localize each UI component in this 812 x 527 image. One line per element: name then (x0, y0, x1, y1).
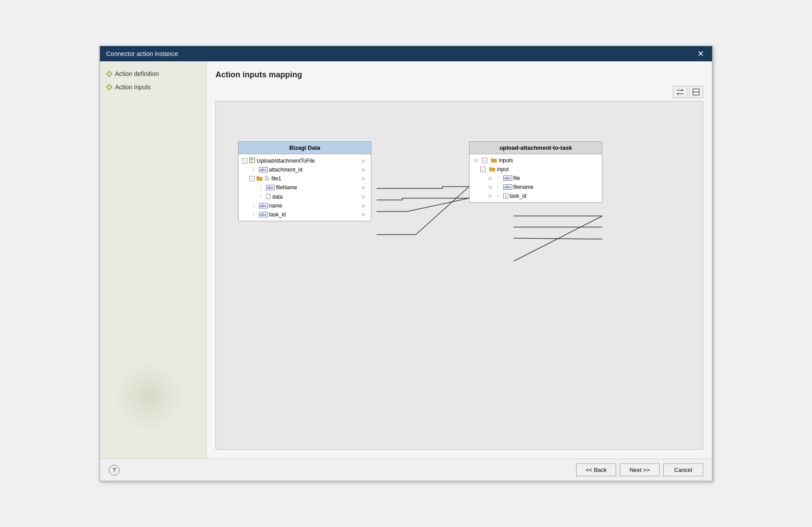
svg-line-8 (513, 238, 602, 239)
title-bar: Connector action instance ✕ (100, 46, 712, 61)
svg-marker-3 (677, 92, 678, 95)
folder-icon (489, 166, 495, 172)
bizagi-box-rows: − UploadAttachmentToFile ▷ └ abc (239, 154, 371, 221)
folder-icon (256, 176, 270, 182)
table-icon (249, 157, 255, 164)
back-button[interactable]: << Back (576, 463, 616, 476)
target-box-header: upload-attachment-to-task (470, 142, 602, 154)
right-arrow: ▷ (362, 203, 367, 208)
row-label: file1 (271, 176, 360, 182)
abc-icon: abc (259, 212, 268, 217)
list-item[interactable]: ▷ − inputs (470, 156, 602, 165)
left-arrow: ▷ (489, 184, 494, 190)
row-label: filename (513, 184, 598, 190)
sidebar-item-label: Action inputs (115, 84, 151, 91)
toolbar (215, 86, 703, 98)
expand-icon[interactable]: − (482, 158, 487, 163)
mapping-inner: Bizagi Data − UploadAttachmentToFile ▷ (216, 101, 703, 449)
diamond-icon (106, 71, 112, 77)
abc-icon: abc (259, 167, 268, 172)
list-item[interactable]: − input (470, 165, 602, 174)
row-label: input (497, 166, 598, 172)
connector-action-dialog: Connector action instance ✕ Action defin… (100, 46, 712, 481)
dialog-title: Connector action instance (106, 50, 178, 57)
svg-marker-1 (682, 89, 684, 92)
list-item[interactable]: ▷ └ abc file (470, 174, 602, 183)
right-arrow: ▷ (362, 185, 367, 190)
list-item[interactable]: └ abc name ▷ (239, 201, 371, 210)
svg-rect-10 (250, 158, 255, 163)
close-button[interactable]: ✕ (696, 50, 706, 58)
footer-left: ? (109, 465, 119, 475)
list-item[interactable]: └ abc attachment_id ▷ (239, 165, 371, 174)
expand-icon[interactable]: − (480, 167, 486, 172)
layout-button[interactable] (689, 86, 703, 98)
row-label: fileName (276, 184, 360, 191)
file-icon (266, 193, 271, 200)
help-button[interactable]: ? (109, 465, 119, 475)
right-arrow: ▷ (362, 167, 367, 172)
row-label: data (272, 194, 360, 200)
row-label: name (269, 203, 360, 209)
abc-icon: abc (259, 203, 268, 208)
cancel-button[interactable]: Cancel (663, 463, 703, 476)
footer-right: << Back Next >> Cancel (576, 463, 703, 476)
sidebar-item-action-definition[interactable]: Action definition (107, 70, 199, 77)
target-box-rows: ▷ − inputs − (470, 154, 602, 202)
row-label: attachment_id (269, 167, 360, 173)
right-arrow: ▷ (362, 158, 367, 164)
sidebar-item-action-inputs[interactable]: Action inputs (107, 84, 199, 91)
main-content: Action inputs mapping (207, 61, 712, 459)
svg-line-9 (513, 216, 602, 261)
abc-icon: abc (266, 185, 275, 190)
right-arrow: ▷ (362, 176, 367, 181)
svg-rect-13 (257, 176, 259, 177)
dialog-footer: ? << Back Next >> Cancel (100, 459, 712, 481)
list-item[interactable]: ▷ └ 1 task_id (470, 192, 602, 200)
abc-icon: abc (503, 176, 512, 181)
folder-icon (491, 157, 497, 164)
right-arrow: ▷ (362, 194, 367, 200)
list-item[interactable]: − UploadAttachmentToFile ▷ (239, 156, 371, 165)
diamond-icon (106, 84, 112, 90)
sidebar: Action definition Action inputs (100, 61, 207, 459)
target-box: upload-attachment-to-task ▷ − inputs (469, 141, 602, 203)
auto-map-button[interactable] (673, 86, 687, 98)
row-label: inputs (499, 157, 598, 164)
bizagi-box-header: Bizagi Data (239, 142, 371, 154)
list-item[interactable]: − file1 ▷ (239, 174, 371, 183)
dialog-body: Action definition Action inputs Action i… (100, 61, 712, 459)
list-item[interactable]: ▷ └ abc filename (470, 183, 602, 192)
next-button[interactable]: Next >> (620, 463, 660, 476)
list-item[interactable]: └ abc fileName ▷ (239, 183, 371, 192)
right-arrow: ▷ (362, 212, 367, 217)
row-label: file (513, 175, 598, 181)
mapping-canvas: Bizagi Data − UploadAttachmentToFile ▷ (215, 101, 703, 450)
left-arrow: ▷ (489, 193, 494, 199)
expand-icon[interactable]: − (242, 158, 247, 164)
list-item[interactable]: └ abc task_id ▷ (239, 210, 371, 219)
row-label: task_id (509, 193, 598, 199)
bizagi-data-box: Bizagi Data − UploadAttachmentToFile ▷ (238, 141, 371, 221)
row-label: UploadAttachmentToFile (257, 158, 360, 164)
row-label: task_id (269, 212, 360, 218)
page-title: Action inputs mapping (215, 70, 703, 80)
abc-icon: abc (503, 184, 512, 190)
left-arrow: ▷ (475, 158, 480, 163)
left-arrow: ▷ (489, 176, 494, 181)
list-item[interactable]: └ data ▷ (239, 192, 371, 201)
expand-icon[interactable]: − (249, 176, 255, 181)
sidebar-item-label: Action definition (115, 70, 159, 77)
num-icon: 1 (503, 193, 508, 199)
